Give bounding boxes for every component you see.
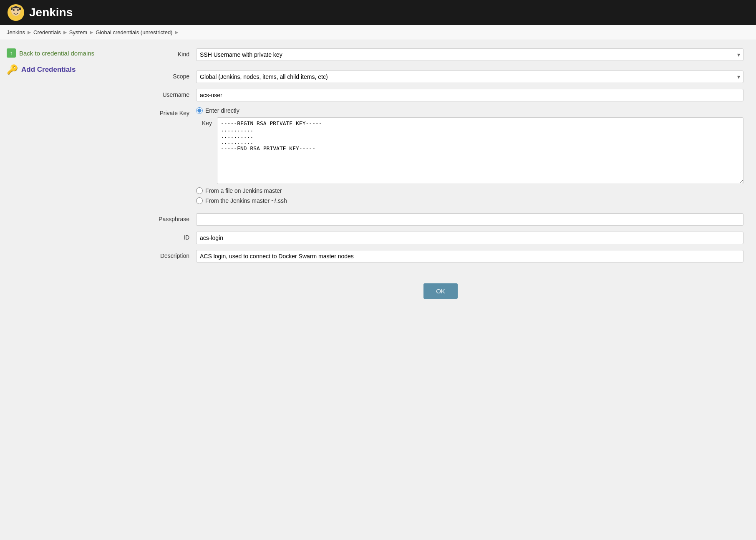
back-to-credential-domains-label: Back to credential domains bbox=[19, 50, 94, 57]
description-input-wrap bbox=[196, 250, 743, 262]
id-input-wrap bbox=[196, 232, 743, 244]
svg-point-2 bbox=[13, 9, 15, 11]
private-key-label: Private Key bbox=[138, 107, 196, 116]
id-input[interactable] bbox=[196, 232, 743, 244]
breadcrumb-sep-2: ▶ bbox=[63, 30, 67, 35]
breadcrumb-jenkins[interactable]: Jenkins bbox=[7, 29, 25, 35]
header-title: Jenkins bbox=[29, 6, 73, 19]
breadcrumb-sep-1: ▶ bbox=[28, 30, 31, 35]
svg-point-3 bbox=[17, 9, 19, 11]
breadcrumb-system[interactable]: System bbox=[69, 29, 87, 35]
scope-select-wrapper: Global (Jenkins, nodes, items, all child… bbox=[196, 71, 743, 83]
from-file-radio[interactable] bbox=[196, 187, 203, 194]
from-ssh-label[interactable]: From the Jenkins master ~/.ssh bbox=[205, 197, 287, 204]
id-label: ID bbox=[138, 232, 196, 241]
description-row: Description bbox=[138, 250, 743, 262]
back-to-credential-domains-link[interactable]: ↑ Back to credential domains bbox=[7, 48, 118, 58]
enter-directly-option: Enter directly bbox=[196, 107, 743, 114]
breadcrumb-global[interactable]: Global credentials (unrestricted) bbox=[96, 29, 172, 35]
key-label: Key bbox=[196, 117, 217, 126]
svg-rect-4 bbox=[11, 8, 13, 10]
breadcrumb: Jenkins ▶ Credentials ▶ System ▶ Global … bbox=[0, 25, 756, 40]
breadcrumb-sep-4: ▶ bbox=[175, 30, 178, 35]
scope-label: Scope bbox=[138, 71, 196, 80]
breadcrumb-sep-3: ▶ bbox=[90, 30, 93, 35]
main-container: ↑ Back to credential domains 🔑 Add Crede… bbox=[0, 40, 756, 530]
enter-directly-label[interactable]: Enter directly bbox=[205, 107, 239, 114]
username-row: Username bbox=[138, 89, 743, 101]
passphrase-row: Passphrase bbox=[138, 213, 743, 226]
private-key-row: Private Key Enter directly Key -----BEGI… bbox=[138, 107, 743, 207]
add-credentials-label: Add Credentials bbox=[21, 66, 76, 74]
header: Jenkins bbox=[0, 0, 756, 25]
kind-row: Kind SSH Username with private key Usern… bbox=[138, 48, 743, 61]
kind-select-wrapper: SSH Username with private key Username w… bbox=[196, 48, 743, 61]
from-file-label[interactable]: From a file on Jenkins master bbox=[205, 187, 282, 194]
passphrase-label: Passphrase bbox=[138, 213, 196, 222]
from-ssh-radio[interactable] bbox=[196, 197, 203, 204]
scope-select[interactable]: Global (Jenkins, nodes, items, all child… bbox=[196, 71, 743, 83]
enter-directly-radio[interactable] bbox=[196, 107, 203, 114]
username-input[interactable] bbox=[196, 89, 743, 101]
breadcrumb-credentials[interactable]: Credentials bbox=[33, 29, 61, 35]
kind-select[interactable]: SSH Username with private key Username w… bbox=[196, 48, 743, 61]
key-textarea[interactable]: -----BEGIN RSA PRIVATE KEY----- ........… bbox=[217, 117, 743, 184]
id-row: ID bbox=[138, 232, 743, 244]
description-label: Description bbox=[138, 250, 196, 259]
from-ssh-option: From the Jenkins master ~/.ssh bbox=[196, 197, 743, 204]
back-arrow-icon: ↑ bbox=[7, 48, 16, 58]
description-input[interactable] bbox=[196, 250, 743, 262]
jenkins-logo bbox=[7, 3, 25, 22]
private-key-options: Enter directly Key -----BEGIN RSA PRIVAT… bbox=[196, 107, 743, 207]
scope-row: Scope Global (Jenkins, nodes, items, all… bbox=[138, 71, 743, 83]
add-credentials-link[interactable]: 🔑 Add Credentials bbox=[7, 64, 118, 75]
from-file-option: From a file on Jenkins master bbox=[196, 187, 743, 194]
separator-1 bbox=[138, 67, 743, 67]
key-textarea-row: Key -----BEGIN RSA PRIVATE KEY----- ....… bbox=[196, 117, 743, 184]
passphrase-input-wrap bbox=[196, 213, 743, 226]
ok-button[interactable]: OK bbox=[423, 283, 458, 299]
kind-label: Kind bbox=[138, 48, 196, 58]
svg-rect-5 bbox=[19, 8, 21, 10]
ok-button-row: OK bbox=[138, 283, 743, 299]
sidebar: ↑ Back to credential domains 🔑 Add Crede… bbox=[0, 40, 125, 530]
key-icon: 🔑 bbox=[7, 64, 18, 75]
form-content: Kind SSH Username with private key Usern… bbox=[125, 40, 756, 530]
username-label: Username bbox=[138, 89, 196, 98]
username-input-wrap bbox=[196, 89, 743, 101]
passphrase-input[interactable] bbox=[196, 213, 743, 226]
